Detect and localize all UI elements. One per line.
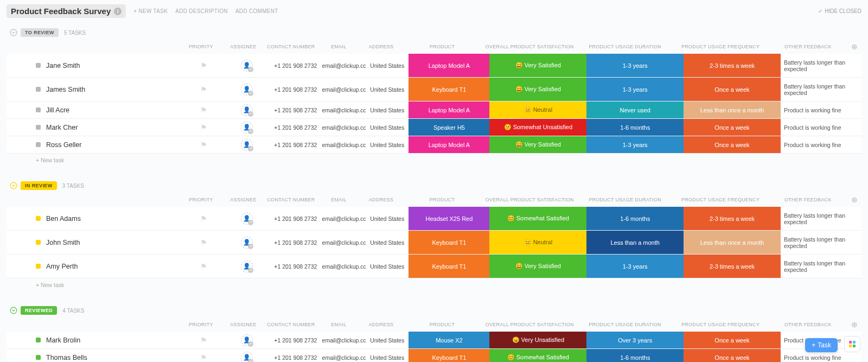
- email-cell[interactable]: email@clickup.cc: [322, 349, 365, 362]
- task-name-cell[interactable]: Ross Geller: [7, 136, 182, 153]
- address-cell[interactable]: United States: [366, 332, 409, 348]
- feedback-cell[interactable]: Battery lasts longer than expected: [781, 78, 861, 101]
- contact-cell[interactable]: +1 201 908 2732: [269, 78, 322, 101]
- satisfaction-cell[interactable]: 😊 Somewhat Satisfied: [489, 349, 586, 362]
- contact-cell[interactable]: +1 201 908 2732: [269, 332, 322, 348]
- product-cell[interactable]: Keyboard T1: [409, 231, 489, 254]
- feedback-cell[interactable]: Battery lasts longer than expected: [781, 231, 861, 254]
- col-duration[interactable]: PRODUCT USAGE DURATION: [577, 197, 673, 202]
- col-address[interactable]: ADDRESS: [360, 197, 403, 202]
- add-description-button[interactable]: ADD DESCRIPTION: [175, 8, 228, 14]
- duration-cell[interactable]: Less than a month: [586, 231, 684, 254]
- task-row[interactable]: Ross Geller ⚑ 👤+ +1 201 908 2732 email@c…: [7, 136, 861, 154]
- task-name-cell[interactable]: James Smith: [7, 78, 182, 101]
- col-address[interactable]: ADDRESS: [360, 44, 403, 49]
- contact-cell[interactable]: +1 201 908 2732: [269, 54, 322, 77]
- product-cell[interactable]: Speaker H5: [409, 119, 489, 136]
- duration-cell[interactable]: 1-3 years: [586, 255, 684, 278]
- frequency-cell[interactable]: 2-3 times a week: [684, 207, 781, 230]
- add-comment-button[interactable]: ADD COMMENT: [235, 8, 278, 14]
- task-row[interactable]: Amy Perth ⚑ 👤+ +1 201 908 2732 email@cli…: [7, 255, 861, 278]
- frequency-cell[interactable]: Once a week: [684, 78, 781, 101]
- list-title-wrap[interactable]: Product Feedback Survey i: [7, 4, 126, 18]
- product-cell[interactable]: Keyboard T1: [409, 255, 489, 278]
- task-row[interactable]: Jane Smith ⚑ 👤+ +1 201 908 2732 email@cl…: [7, 54, 861, 78]
- satisfaction-cell[interactable]: 😕 Somewhat Unsatisfied: [489, 119, 586, 136]
- satisfaction-cell[interactable]: 😄 Very Satisfied: [489, 255, 586, 278]
- task-name-cell[interactable]: Jane Smith: [7, 54, 182, 77]
- add-column-button[interactable]: ⊕: [848, 42, 861, 51]
- assignee-cell[interactable]: 👤+: [226, 101, 269, 118]
- contact-cell[interactable]: +1 201 908 2732: [269, 101, 322, 118]
- duration-cell[interactable]: 1-3 years: [586, 54, 684, 77]
- product-cell[interactable]: Keyboard T1: [409, 349, 489, 362]
- col-feedback[interactable]: OTHER FEEDBACK: [768, 44, 848, 49]
- address-cell[interactable]: United States: [366, 101, 409, 118]
- col-product[interactable]: PRODUCT: [403, 197, 482, 202]
- col-address[interactable]: ADDRESS: [360, 322, 403, 327]
- col-email[interactable]: EMAIL: [317, 44, 360, 49]
- priority-cell[interactable]: ⚑: [182, 332, 225, 348]
- col-product[interactable]: PRODUCT: [403, 322, 482, 327]
- email-cell[interactable]: email@clickup.cc: [322, 207, 365, 230]
- feedback-cell[interactable]: Product is working fine: [781, 101, 861, 118]
- contact-cell[interactable]: +1 201 908 2732: [269, 255, 322, 278]
- priority-cell[interactable]: ⚑: [182, 119, 225, 136]
- assignee-cell[interactable]: 👤+: [226, 349, 269, 362]
- email-cell[interactable]: email@clickup.cc: [322, 255, 365, 278]
- email-cell[interactable]: email@clickup.cc: [322, 54, 365, 77]
- priority-cell[interactable]: ⚑: [182, 136, 225, 153]
- feedback-cell[interactable]: Battery lasts longer than expected: [781, 54, 861, 77]
- duration-cell[interactable]: 1-3 years: [586, 136, 684, 153]
- email-cell[interactable]: email@clickup.cc: [322, 231, 365, 254]
- email-cell[interactable]: email@clickup.cc: [322, 332, 365, 348]
- task-name-cell[interactable]: Mark Cher: [7, 119, 182, 136]
- assignee-cell[interactable]: 👤+: [226, 54, 269, 77]
- frequency-cell[interactable]: 2-3 times a week: [684, 54, 781, 77]
- satisfaction-cell[interactable]: 😠 Very Unsatisfied: [489, 332, 586, 348]
- col-satisfaction[interactable]: OVERALL PRODUCT SATISFACTION: [482, 44, 577, 49]
- feedback-cell[interactable]: Product is working fine: [781, 136, 861, 153]
- task-name-cell[interactable]: John Smith: [7, 231, 182, 254]
- col-contact[interactable]: CONTACT NUMBER: [265, 44, 318, 49]
- frequency-cell[interactable]: Once a week: [684, 332, 781, 348]
- product-cell[interactable]: Laptop Model A: [409, 136, 489, 153]
- priority-cell[interactable]: ⚑: [182, 207, 225, 230]
- contact-cell[interactable]: +1 201 908 2732: [269, 136, 322, 153]
- address-cell[interactable]: United States: [366, 349, 409, 362]
- satisfaction-cell[interactable]: 😐 Neutral: [489, 101, 586, 118]
- contact-cell[interactable]: +1 201 908 2732: [269, 119, 322, 136]
- status-pill[interactable]: TO REVIEW: [21, 28, 59, 37]
- task-row[interactable]: Mark Brolin ⚑ 👤+ +1 201 908 2732 email@c…: [7, 332, 861, 349]
- feedback-cell[interactable]: Battery lasts longer than expected: [781, 255, 861, 278]
- status-pill[interactable]: REVIEWED: [21, 306, 57, 315]
- task-name-cell[interactable]: Mark Brolin: [7, 332, 182, 348]
- assignee-cell[interactable]: 👤+: [226, 231, 269, 254]
- assignee-cell[interactable]: 👤+: [226, 255, 269, 278]
- priority-cell[interactable]: ⚑: [182, 231, 225, 254]
- col-contact[interactable]: CONTACT NUMBER: [265, 322, 318, 327]
- new-task-row[interactable]: + New task: [7, 278, 861, 288]
- task-row[interactable]: Thomas Bells ⚑ 👤+ +1 201 908 2732 email@…: [7, 349, 861, 362]
- create-task-fab[interactable]: + Task: [805, 338, 838, 352]
- address-cell[interactable]: United States: [366, 136, 409, 153]
- status-pill[interactable]: IN REVIEW: [21, 181, 57, 190]
- frequency-cell[interactable]: Once a week: [684, 349, 781, 362]
- satisfaction-cell[interactable]: 😐 Neutral: [489, 231, 586, 254]
- assignee-cell[interactable]: 👤+: [226, 136, 269, 153]
- apps-button[interactable]: [844, 336, 860, 352]
- frequency-cell[interactable]: Less than once a month: [684, 231, 781, 254]
- col-frequency[interactable]: PRODUCT USAGE FREQUENCY: [673, 197, 768, 202]
- add-column-button[interactable]: ⊕: [848, 195, 861, 204]
- task-row[interactable]: Jill Acre ⚑ 👤+ +1 201 908 2732 email@cli…: [7, 101, 861, 119]
- col-satisfaction[interactable]: OVERALL PRODUCT SATISFACTION: [482, 197, 577, 202]
- duration-cell[interactable]: 1-3 years: [586, 78, 684, 101]
- task-row[interactable]: James Smith ⚑ 👤+ +1 201 908 2732 email@c…: [7, 78, 861, 101]
- address-cell[interactable]: United States: [366, 54, 409, 77]
- address-cell[interactable]: United States: [366, 255, 409, 278]
- satisfaction-cell[interactable]: 😊 Somewhat Satisfied: [489, 207, 586, 230]
- frequency-cell[interactable]: 2-3 times a week: [684, 255, 781, 278]
- address-cell[interactable]: United States: [366, 119, 409, 136]
- contact-cell[interactable]: +1 201 908 2732: [269, 207, 322, 230]
- product-cell[interactable]: Mouse X2: [409, 332, 489, 348]
